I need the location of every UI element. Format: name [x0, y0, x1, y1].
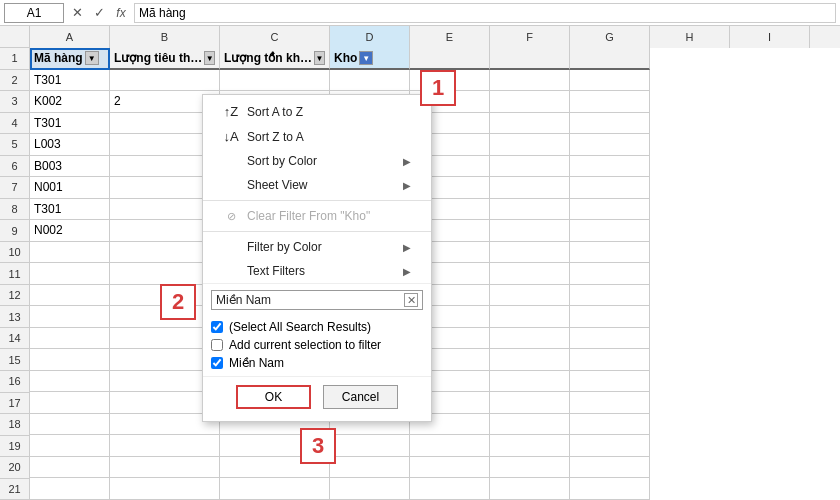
- cell-f12[interactable]: [490, 285, 570, 307]
- checkbox-add-current[interactable]: Add current selection to filter: [211, 336, 423, 354]
- cell-f16[interactable]: [490, 371, 570, 393]
- cell-g14[interactable]: [570, 328, 650, 350]
- search-clear-button[interactable]: ✕: [404, 293, 418, 307]
- filter-arrow-d[interactable]: ▼: [359, 51, 373, 65]
- cell-f14[interactable]: [490, 328, 570, 350]
- cell-e21[interactable]: [410, 478, 490, 500]
- cell-f6[interactable]: [490, 156, 570, 178]
- filter-arrow-a[interactable]: ▼: [85, 51, 99, 65]
- cell-a10[interactable]: [30, 242, 110, 264]
- cell-f9[interactable]: [490, 220, 570, 242]
- cell-a9[interactable]: N002: [30, 220, 110, 242]
- cell-d1[interactable]: Kho ▼: [330, 48, 410, 70]
- checkbox-select-all[interactable]: (Select All Search Results): [211, 318, 423, 336]
- cell-b20[interactable]: [110, 457, 220, 479]
- cell-g3[interactable]: [570, 91, 650, 113]
- cell-a14[interactable]: [30, 328, 110, 350]
- cell-f15[interactable]: [490, 349, 570, 371]
- cell-g1[interactable]: [570, 48, 650, 70]
- cell-b19[interactable]: [110, 435, 220, 457]
- cell-a2[interactable]: T301: [30, 70, 110, 92]
- cell-f11[interactable]: [490, 263, 570, 285]
- cell-d21[interactable]: [330, 478, 410, 500]
- cell-g18[interactable]: [570, 414, 650, 436]
- cell-c1[interactable]: Lượng tồn kh… ▼: [220, 48, 330, 70]
- cell-a16[interactable]: [30, 371, 110, 393]
- cell-f19[interactable]: [490, 435, 570, 457]
- cell-g19[interactable]: [570, 435, 650, 457]
- menu-item-sort-a-z[interactable]: ↑Z Sort A to Z: [203, 99, 431, 124]
- cell-e1[interactable]: [410, 48, 490, 70]
- cell-f20[interactable]: [490, 457, 570, 479]
- cell-ref-box[interactable]: [4, 3, 64, 23]
- cell-b2[interactable]: [110, 70, 220, 92]
- cell-f18[interactable]: [490, 414, 570, 436]
- menu-item-filter-by-color[interactable]: Filter by Color ▶: [203, 235, 431, 259]
- cell-e19[interactable]: [410, 435, 490, 457]
- cell-g6[interactable]: [570, 156, 650, 178]
- cell-f17[interactable]: [490, 392, 570, 414]
- cell-b1[interactable]: Lượng tiêu th… ▼: [110, 48, 220, 70]
- checkbox-mien-nam-input[interactable]: [211, 357, 223, 369]
- filter-arrow-c[interactable]: ▼: [314, 51, 325, 65]
- fx-icon[interactable]: fx: [112, 4, 130, 22]
- formula-input[interactable]: [134, 3, 836, 23]
- cell-g13[interactable]: [570, 306, 650, 328]
- cell-g4[interactable]: [570, 113, 650, 135]
- cell-c21[interactable]: [220, 478, 330, 500]
- cell-g7[interactable]: [570, 177, 650, 199]
- cell-g21[interactable]: [570, 478, 650, 500]
- cell-g12[interactable]: [570, 285, 650, 307]
- cell-g10[interactable]: [570, 242, 650, 264]
- cell-a17[interactable]: [30, 392, 110, 414]
- cell-g2[interactable]: [570, 70, 650, 92]
- cell-a3[interactable]: K002: [30, 91, 110, 113]
- cell-a13[interactable]: [30, 306, 110, 328]
- cell-g17[interactable]: [570, 392, 650, 414]
- cell-g15[interactable]: [570, 349, 650, 371]
- cell-a6[interactable]: B003: [30, 156, 110, 178]
- checkbox-mien-nam[interactable]: Miền Nam: [211, 354, 423, 372]
- search-input[interactable]: [216, 293, 400, 307]
- cell-a4[interactable]: T301: [30, 113, 110, 135]
- cell-g5[interactable]: [570, 134, 650, 156]
- cell-c2[interactable]: [220, 70, 330, 92]
- cell-a8[interactable]: T301: [30, 199, 110, 221]
- cell-f21[interactable]: [490, 478, 570, 500]
- ok-button[interactable]: OK: [236, 385, 311, 409]
- confirm-formula-icon[interactable]: ✓: [90, 4, 108, 22]
- cell-f13[interactable]: [490, 306, 570, 328]
- cell-d2[interactable]: [330, 70, 410, 92]
- cell-g16[interactable]: [570, 371, 650, 393]
- cell-a11[interactable]: [30, 263, 110, 285]
- cell-f10[interactable]: [490, 242, 570, 264]
- cell-d20[interactable]: [330, 457, 410, 479]
- cell-f7[interactable]: [490, 177, 570, 199]
- checkbox-select-all-input[interactable]: [211, 321, 223, 333]
- cell-g8[interactable]: [570, 199, 650, 221]
- menu-item-sheet-view[interactable]: Sheet View ▶: [203, 173, 431, 197]
- cell-a7[interactable]: N001: [30, 177, 110, 199]
- menu-item-sort-z-a[interactable]: ↓A Sort Z to A: [203, 124, 431, 149]
- filter-arrow-b[interactable]: ▼: [204, 51, 215, 65]
- cell-a5[interactable]: L003: [30, 134, 110, 156]
- cell-g9[interactable]: [570, 220, 650, 242]
- menu-item-text-filters[interactable]: Text Filters ▶: [203, 259, 431, 283]
- cell-f4[interactable]: [490, 113, 570, 135]
- cell-b21[interactable]: [110, 478, 220, 500]
- cell-d19[interactable]: [330, 435, 410, 457]
- cell-e20[interactable]: [410, 457, 490, 479]
- cell-a19[interactable]: [30, 435, 110, 457]
- cancel-formula-icon[interactable]: ✕: [68, 4, 86, 22]
- cell-a1[interactable]: Mã hàng ▼: [30, 48, 110, 70]
- cell-f3[interactable]: [490, 91, 570, 113]
- cell-f2[interactable]: [490, 70, 570, 92]
- cell-a15[interactable]: [30, 349, 110, 371]
- cell-f8[interactable]: [490, 199, 570, 221]
- cancel-button[interactable]: Cancel: [323, 385, 398, 409]
- checkbox-add-current-input[interactable]: [211, 339, 223, 351]
- cell-a12[interactable]: [30, 285, 110, 307]
- cell-f1[interactable]: [490, 48, 570, 70]
- cell-a18[interactable]: [30, 414, 110, 436]
- cell-f5[interactable]: [490, 134, 570, 156]
